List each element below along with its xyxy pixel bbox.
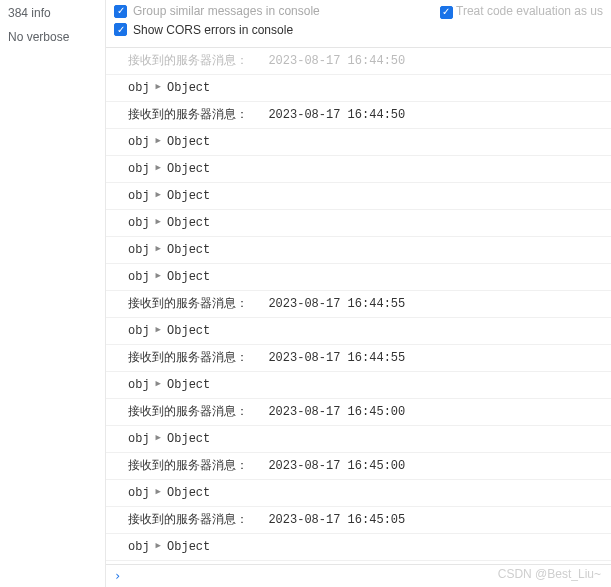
server-msg-timestamp: 2023-08-17 16:44:55: [268, 349, 405, 367]
server-msg-label: 接收到的服务器消息：: [128, 349, 262, 367]
obj-key: obj: [128, 214, 150, 232]
log-row[interactable]: obj▶Object: [106, 264, 611, 291]
disclosure-icon[interactable]: ▶: [156, 483, 161, 501]
server-msg-timestamp: 2023-08-17 16:44:50: [268, 52, 405, 70]
server-msg-timestamp: 2023-08-17 16:45:00: [268, 457, 405, 475]
disclosure-icon[interactable]: ▶: [156, 78, 161, 96]
server-msg-timestamp: 2023-08-17 16:45:00: [268, 403, 405, 421]
log-row[interactable]: obj▶Object: [106, 129, 611, 156]
checkbox-treat-code[interactable]: ✓: [440, 6, 453, 19]
obj-label[interactable]: Object: [167, 322, 210, 340]
server-msg-timestamp: 2023-08-17 16:44:55: [268, 295, 405, 313]
log-row[interactable]: 接收到的服务器消息： 2023-08-17 16:44:55: [106, 291, 611, 318]
obj-key: obj: [128, 430, 150, 448]
disclosure-icon[interactable]: ▶: [156, 429, 161, 447]
console-settings: ✓ Group similar messages in console ✓ Tr…: [106, 0, 611, 48]
label-show-cors: Show CORS errors in console: [133, 23, 293, 37]
log-row[interactable]: obj▶Object: [106, 318, 611, 345]
obj-label[interactable]: Object: [167, 79, 210, 97]
sidebar-info[interactable]: 384 info: [8, 6, 97, 20]
obj-key: obj: [128, 268, 150, 286]
obj-key: obj: [128, 187, 150, 205]
checkbox-group-similar[interactable]: ✓: [114, 5, 127, 18]
obj-label[interactable]: Object: [167, 160, 210, 178]
sidebar-verbose[interactable]: No verbose: [8, 30, 97, 44]
server-msg-timestamp: 2023-08-17 16:44:50: [268, 106, 405, 124]
obj-key: obj: [128, 376, 150, 394]
obj-key: obj: [128, 538, 150, 556]
server-msg-label: 接收到的服务器消息：: [128, 52, 262, 70]
log-row[interactable]: 接收到的服务器消息： 2023-08-17 16:45:05: [106, 507, 611, 534]
obj-label[interactable]: Object: [167, 538, 210, 556]
log-row[interactable]: 接收到的服务器消息： 2023-08-17 16:44:55: [106, 345, 611, 372]
log-row[interactable]: obj▶Object: [106, 156, 611, 183]
log-row[interactable]: obj▶Object: [106, 534, 611, 561]
disclosure-icon[interactable]: ▶: [156, 213, 161, 231]
obj-label[interactable]: Object: [167, 430, 210, 448]
console-prompt[interactable]: ›: [106, 564, 611, 587]
server-msg-label: 接收到的服务器消息：: [128, 511, 262, 529]
console-log-area[interactable]: 接收到的服务器消息： 2023-08-17 16:44:50obj▶Object…: [106, 48, 611, 565]
sidebar: 384 info No verbose: [0, 0, 105, 587]
disclosure-icon[interactable]: ▶: [156, 537, 161, 555]
log-row[interactable]: obj▶Object: [106, 237, 611, 264]
disclosure-icon[interactable]: ▶: [156, 159, 161, 177]
obj-key: obj: [128, 79, 150, 97]
log-row[interactable]: obj▶Object: [106, 183, 611, 210]
log-row[interactable]: obj▶Object: [106, 75, 611, 102]
label-group-similar: Group similar messages in console: [133, 4, 320, 18]
log-row[interactable]: obj▶Object: [106, 480, 611, 507]
server-msg-label: 接收到的服务器消息：: [128, 106, 262, 124]
log-row[interactable]: 接收到的服务器消息： 2023-08-17 16:44:50: [106, 102, 611, 129]
disclosure-icon[interactable]: ▶: [156, 186, 161, 204]
label-treat-code: Treat code evaluation as us: [456, 4, 603, 18]
obj-label[interactable]: Object: [167, 187, 210, 205]
log-row[interactable]: obj▶Object: [106, 372, 611, 399]
disclosure-icon[interactable]: ▶: [156, 240, 161, 258]
disclosure-icon[interactable]: ▶: [156, 267, 161, 285]
obj-label[interactable]: Object: [167, 268, 210, 286]
disclosure-icon[interactable]: ▶: [156, 321, 161, 339]
prompt-icon: ›: [114, 569, 121, 583]
log-row[interactable]: 接收到的服务器消息： 2023-08-17 16:44:50: [106, 48, 611, 75]
disclosure-icon[interactable]: ▶: [156, 375, 161, 393]
obj-label[interactable]: Object: [167, 484, 210, 502]
server-msg-label: 接收到的服务器消息：: [128, 403, 262, 421]
server-msg-label: 接收到的服务器消息：: [128, 295, 262, 313]
log-row[interactable]: 接收到的服务器消息： 2023-08-17 16:45:00: [106, 453, 611, 480]
obj-label[interactable]: Object: [167, 133, 210, 151]
disclosure-icon[interactable]: ▶: [156, 132, 161, 150]
obj-key: obj: [128, 484, 150, 502]
log-row[interactable]: obj▶Object: [106, 210, 611, 237]
server-msg-timestamp: 2023-08-17 16:45:05: [268, 511, 405, 529]
obj-key: obj: [128, 322, 150, 340]
obj-label[interactable]: Object: [167, 241, 210, 259]
log-row[interactable]: obj▶Object: [106, 426, 611, 453]
server-msg-label: 接收到的服务器消息：: [128, 457, 262, 475]
main-panel: ✓ Group similar messages in console ✓ Tr…: [105, 0, 611, 587]
checkbox-show-cors[interactable]: ✓: [114, 23, 127, 36]
obj-label[interactable]: Object: [167, 214, 210, 232]
obj-label[interactable]: Object: [167, 376, 210, 394]
log-row[interactable]: 接收到的服务器消息： 2023-08-17 16:45:00: [106, 399, 611, 426]
obj-key: obj: [128, 160, 150, 178]
obj-key: obj: [128, 133, 150, 151]
obj-key: obj: [128, 241, 150, 259]
